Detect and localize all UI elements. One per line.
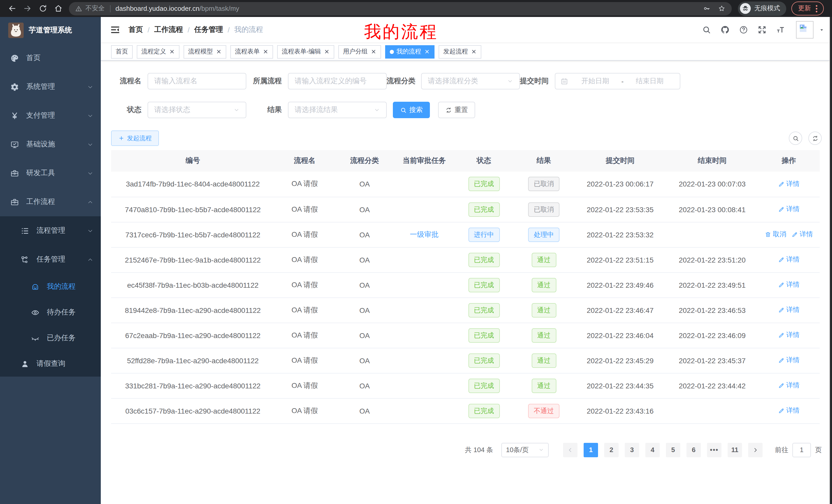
breadcrumb-item[interactable]: 工作流程 — [154, 25, 183, 34]
sidebar-item-6[interactable]: 流程管理 — [0, 216, 101, 245]
close-icon[interactable] — [324, 49, 330, 54]
result-select[interactable]: 请选择流结果 — [288, 102, 387, 118]
end-date-placeholder[interactable]: 结束日期 — [625, 77, 675, 86]
breadcrumb-item[interactable]: 首页 — [129, 25, 143, 34]
sidebar-item-8[interactable]: 我的流程 — [0, 274, 101, 300]
goto-page-input[interactable]: 1 — [792, 443, 811, 457]
star-icon[interactable] — [718, 5, 726, 12]
page-button-•••[interactable]: ••• — [707, 443, 722, 457]
status-tag: 已完成 — [468, 278, 499, 292]
reload-icon — [38, 4, 47, 13]
sidebar-item-3[interactable]: 基础设施 — [0, 130, 101, 159]
url-bar[interactable]: 不安全 dashboard.yudao.iocoder.cn/bpm/task/… — [69, 2, 732, 15]
sidebar-item-label: 研发工具 — [26, 169, 55, 178]
close-icon[interactable] — [471, 49, 477, 54]
action-详情[interactable]: 详情 — [778, 356, 800, 365]
result-tag: 通过 — [531, 328, 556, 342]
security-label[interactable]: 不安全 — [85, 4, 105, 13]
page-button-5[interactable]: 5 — [666, 443, 680, 457]
close-icon[interactable] — [424, 49, 430, 54]
page-button-11[interactable]: 11 — [728, 443, 742, 457]
tab-流程模型[interactable]: 流程模型 — [184, 45, 226, 58]
tab-首页[interactable]: 首页 — [111, 45, 133, 58]
action-详情[interactable]: 详情 — [778, 406, 800, 415]
action-详情[interactable]: 详情 — [791, 230, 813, 239]
forward-arrow-button[interactable] — [20, 1, 35, 16]
process-name-input[interactable]: 请输入流程名 — [148, 73, 246, 89]
back-arrow-button[interactable] — [4, 1, 20, 16]
action-详情[interactable]: 详情 — [778, 305, 800, 315]
sidebar-item-5[interactable]: 工作流程 — [0, 188, 101, 216]
tab-用户分组[interactable]: 用户分组 — [338, 45, 381, 58]
close-icon[interactable] — [371, 49, 376, 54]
page-button-3[interactable]: 3 — [625, 443, 639, 457]
tab-流程表单-编辑[interactable]: 流程表单-编辑 — [277, 45, 334, 58]
close-icon[interactable] — [216, 49, 222, 54]
textsize-button[interactable] — [771, 25, 790, 34]
sidebar-item-label: 工作流程 — [26, 197, 55, 206]
action-详情[interactable]: 详情 — [778, 255, 800, 264]
action-详情[interactable]: 详情 — [778, 179, 800, 189]
reset-button[interactable]: 重置 — [438, 102, 475, 118]
close-icon[interactable] — [263, 49, 268, 54]
column-header: 流程分类 — [335, 150, 394, 172]
tab-发起流程[interactable]: 发起流程 — [439, 45, 481, 58]
search-toggle-button[interactable] — [789, 132, 802, 145]
refresh-button[interactable] — [808, 132, 822, 145]
sidebar-item-7[interactable]: 任务管理 — [0, 245, 101, 274]
page-button-6[interactable]: 6 — [686, 443, 701, 457]
page-button-4[interactable]: 4 — [645, 443, 660, 457]
github-button[interactable] — [716, 25, 734, 34]
search-button[interactable] — [697, 25, 716, 34]
sidebar-item-2[interactable]: 支付管理 — [0, 101, 101, 130]
reload-button[interactable] — [35, 1, 50, 16]
sidebar-item-1[interactable]: 系统管理 — [0, 73, 101, 101]
action-详情[interactable]: 详情 — [778, 205, 800, 214]
page-button-1[interactable]: 1 — [583, 443, 598, 457]
edit-icon — [778, 357, 785, 364]
prev-page-button[interactable] — [563, 443, 577, 457]
action-详情[interactable]: 详情 — [778, 280, 800, 289]
result-tag: 已取消 — [528, 177, 560, 191]
sidebar-item-11[interactable]: 请假查询 — [0, 351, 101, 376]
avatar[interactable] — [796, 21, 813, 38]
close-icon[interactable] — [169, 49, 175, 54]
tab-我的流程[interactable]: 我的流程 — [385, 45, 435, 58]
sidebar-item-4[interactable]: 研发工具 — [0, 159, 101, 188]
action-详情[interactable]: 详情 — [778, 331, 800, 340]
edit-icon — [778, 180, 785, 187]
breadcrumb-item[interactable]: 任务管理 — [194, 25, 223, 34]
tab-流程表单[interactable]: 流程表单 — [230, 45, 273, 58]
column-header: 状态 — [454, 150, 514, 172]
search-button[interactable]: 搜索 — [393, 102, 430, 118]
tab-流程定义[interactable]: 流程定义 — [137, 45, 179, 58]
browser-update-button[interactable]: 更新 — [791, 2, 824, 16]
status-select[interactable]: 请选择状态 — [148, 102, 246, 118]
sidebar-item-10[interactable]: 已办任务 — [0, 325, 101, 351]
logo[interactable]: 芋道管理系统 — [0, 17, 101, 44]
sidebar-item-0[interactable]: 首页 — [0, 44, 101, 73]
home-button[interactable] — [50, 1, 66, 16]
category-select[interactable]: 请选择流程分类 — [421, 73, 520, 89]
process-definition-input[interactable]: 请输入流程定义的编号 — [288, 73, 387, 89]
hamburger-icon[interactable] — [110, 25, 120, 35]
status-tag: 已完成 — [468, 303, 499, 317]
task-link[interactable]: 一级审批 — [410, 230, 439, 238]
start-process-button[interactable]: 发起流程 — [111, 131, 159, 146]
page-button-2[interactable]: 2 — [604, 443, 619, 457]
action-详情[interactable]: 详情 — [778, 381, 800, 390]
page-size-select[interactable]: 10条/页 — [501, 443, 549, 457]
sidebar-item-9[interactable]: 待办任务 — [0, 300, 101, 325]
chevron-down-icon — [87, 170, 94, 176]
url-text[interactable]: dashboard.yudao.iocoder.cn/bpm/task/my — [115, 5, 239, 12]
question-button[interactable] — [734, 25, 753, 34]
next-page-button[interactable] — [748, 443, 762, 457]
start-date-placeholder[interactable]: 开始日期 — [570, 77, 620, 86]
date-range-picker[interactable]: 开始日期 - 结束日期 — [555, 73, 680, 89]
key-icon[interactable] — [703, 5, 711, 12]
caret-down-icon[interactable] — [818, 27, 825, 33]
action-取消[interactable]: 取消 — [765, 230, 786, 239]
menu-dots-icon[interactable] — [811, 3, 822, 14]
fullscreen-button[interactable] — [753, 25, 771, 34]
scrollbar-edge[interactable] — [829, 17, 832, 504]
